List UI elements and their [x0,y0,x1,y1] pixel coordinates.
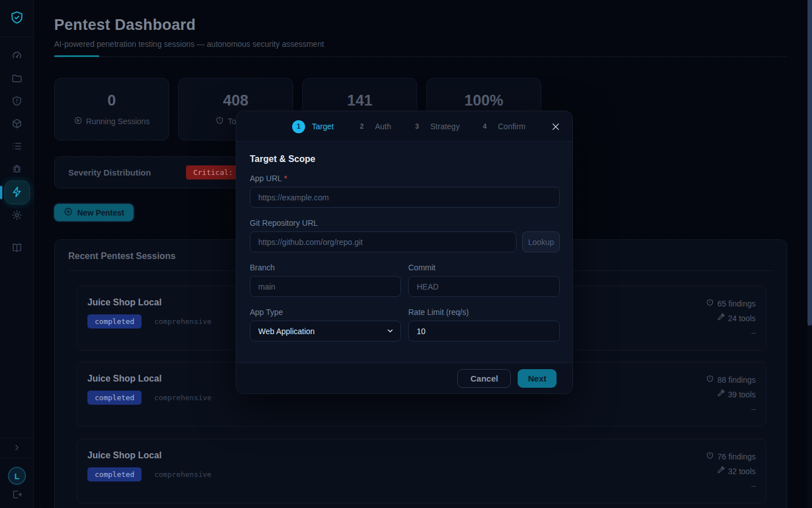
step-label: Target [312,122,334,131]
sidebar-item-reports[interactable] [5,135,29,158]
sidebar-item-vulnerabilities[interactable] [5,90,29,113]
tools-count: 39 tools [728,390,756,399]
stat-value: 408 [179,92,293,110]
package-icon [11,118,23,131]
app-url-input[interactable] [250,187,560,208]
branch-input[interactable] [250,276,401,297]
folder-icon [11,73,23,86]
close-icon[interactable] [549,120,562,133]
cancel-button[interactable]: Cancel [457,369,511,388]
plus-circle-icon [64,207,73,218]
user-avatar[interactable]: L [8,467,26,485]
branch-label: Branch [250,263,275,272]
findings-count: 65 findings [717,299,756,308]
new-pentest-label: New Pentest [77,208,124,217]
play-circle-icon [74,116,82,126]
app-type-select[interactable]: Web Application [250,321,401,341]
session-name: Juice Shop Local [87,297,162,308]
step-target[interactable]: 1 Target [292,111,334,142]
step-number: 4 [478,120,491,133]
app-screen: L Pentest Dashboard AI-powered penetrati… [0,0,812,508]
logout-icon [12,489,22,501]
commit-label: Commit [408,263,435,272]
sidebar-item-docs[interactable] [5,237,29,260]
findings-count: 76 findings [717,452,756,461]
header-divider [54,56,787,57]
severity-label: Severity Distribution [68,168,151,177]
modal-stepper: 1 Target 2 Auth 3 Strategy 4 Confirm [236,111,572,142]
sidebar-item-projects[interactable] [5,68,29,90]
step-confirm[interactable]: 4 Confirm [478,111,526,142]
step-number: 2 [355,120,368,133]
rate-limit-input[interactable] [408,321,560,341]
step-strategy[interactable]: 3 Strategy [411,111,460,142]
status-badge: completed [87,314,142,329]
new-pentest-button[interactable]: New Pentest [54,204,134,221]
stat-value: 141 [303,92,417,110]
session-name: Juice Shop Local [87,450,162,461]
chevron-right-icon [12,443,21,454]
wrench-icon [717,466,725,476]
sidebar-item-dashboard[interactable] [5,45,29,68]
tools-count: 32 tools [728,467,756,476]
new-pentest-modal: 1 Target 2 Auth 3 Strategy 4 Confirm Tar… [236,111,573,394]
shield-icon [215,116,224,126]
modal-body: Target & Scope App URL* Git Repository U… [250,142,560,164]
app-logo[interactable] [0,0,33,37]
scrollbar-thumb[interactable] [807,0,812,326]
commit-input[interactable] [408,276,560,297]
scrollbar-track[interactable] [807,0,812,508]
gauge-icon [11,50,23,63]
page-title: Pentest Dashboard [54,16,196,34]
session-duration: – [751,328,756,337]
status-badge: completed [87,467,142,481]
findings-count: 88 findings [717,375,756,384]
sidebar: L [0,0,34,508]
session-mode: comprehensive [154,393,211,402]
stat-label: Running Sessions [55,116,169,126]
sidebar-item-bugs[interactable] [5,158,29,181]
shield-alert-icon [11,95,23,108]
book-icon [11,242,23,255]
required-asterisk: * [284,174,287,183]
step-auth[interactable]: 2 Auth [355,111,391,142]
sidebar-item-settings[interactable] [5,204,29,227]
sidebar-item-packages[interactable] [5,113,29,135]
session-mode: comprehensive [154,470,211,479]
step-label: Confirm [498,122,526,131]
step-label: Auth [375,122,391,131]
sidebar-collapse-button[interactable] [0,437,34,459]
page-subtitle: AI-powered penetration testing sessions … [54,40,324,49]
sidebar-nav [0,45,34,260]
lookup-button[interactable]: Lookup [522,231,560,252]
bug-icon [11,163,23,176]
session-row[interactable]: Juice Shop Local completed comprehensive… [77,439,766,503]
session-duration: – [751,481,756,490]
logout-button[interactable] [0,489,34,508]
stat-card-running-sessions: 0 Running Sessions [54,78,169,141]
shield-icon [706,375,714,384]
shield-check-icon [10,10,24,27]
step-label: Strategy [430,122,460,131]
list-icon [11,141,23,154]
session-duration: – [751,404,756,413]
lightning-icon [11,186,23,199]
modal-heading: Target & Scope [250,154,560,164]
wrench-icon [717,313,725,323]
sessions-title: Recent Pentest Sessions [68,251,175,261]
git-url-label: Git Repository URL [250,218,318,227]
git-url-input[interactable] [250,231,517,252]
sidebar-item-pentest[interactable] [5,181,30,204]
status-badge: completed [87,391,142,405]
session-mode: comprehensive [154,317,211,326]
gear-icon [11,209,23,222]
session-name: Juice Shop Local [87,374,162,384]
stat-label-text: Running Sessions [86,117,150,126]
step-number: 3 [411,120,423,133]
tools-count: 24 tools [728,314,756,323]
app-type-label: App Type [250,308,283,317]
app-url-label: App URL* [250,174,287,183]
stat-value: 0 [55,92,169,110]
next-button[interactable]: Next [518,369,557,388]
shield-icon [706,299,714,308]
